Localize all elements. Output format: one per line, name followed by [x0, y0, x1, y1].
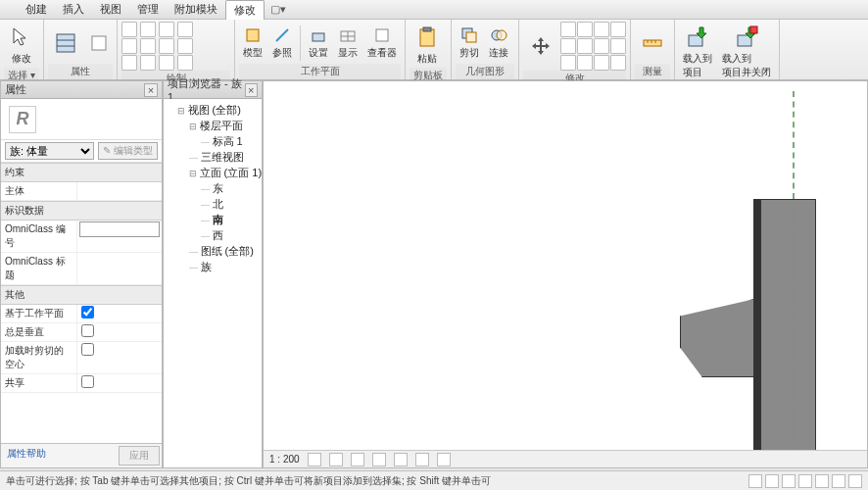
- close-icon[interactable]: ×: [144, 83, 158, 97]
- svg-point-15: [497, 30, 506, 40]
- ribbon-group-geometry: 剪切 连接 几何图形: [452, 20, 519, 79]
- move-button[interactable]: [523, 30, 558, 62]
- properties-icon: [52, 29, 79, 57]
- tree-elevations[interactable]: 立面 (立面 1) 东 北 南 西: [189, 166, 260, 244]
- family-type-select[interactable]: 族: 体量: [5, 142, 94, 160]
- show-button[interactable]: 显示: [334, 24, 362, 62]
- ribbon-group-select: 修改 选择 ▾: [0, 20, 44, 79]
- type-props-button[interactable]: [85, 31, 113, 55]
- sun-path-icon[interactable]: [351, 453, 364, 466]
- close-icon[interactable]: ×: [245, 83, 259, 97]
- tree-west[interactable]: 西: [201, 228, 260, 244]
- tree-north[interactable]: 北: [201, 197, 260, 213]
- ellipse-tool-icon[interactable]: [159, 38, 174, 54]
- cut-button[interactable]: 剪切: [456, 24, 483, 62]
- arc-tool-icon[interactable]: [177, 22, 193, 37]
- browser-tree: 视图 (全部) 楼层平面 标高 1 三维视图 立面 (立面 1) 东 北 南 西: [164, 99, 262, 467]
- menu-view[interactable]: 视图: [92, 0, 129, 19]
- tree-3dviews[interactable]: 三维视图: [189, 150, 260, 166]
- pin-icon[interactable]: [577, 55, 593, 71]
- trim2-icon[interactable]: [560, 38, 576, 54]
- detail-level-icon[interactable]: [308, 453, 321, 466]
- pick-tool-icon[interactable]: [121, 55, 137, 71]
- delete-icon[interactable]: [610, 55, 626, 71]
- omniclass-number-input[interactable]: [79, 221, 160, 237]
- tan-tool-icon[interactable]: [159, 55, 174, 71]
- tree-families[interactable]: 族: [189, 260, 260, 275]
- offset2-icon[interactable]: [577, 22, 593, 37]
- shared-checkbox[interactable]: [81, 375, 94, 388]
- tree-level1[interactable]: 标高 1: [201, 134, 260, 150]
- viewer-button[interactable]: 查看器: [363, 24, 401, 62]
- tree-sheets[interactable]: 图纸 (全部): [189, 244, 260, 260]
- polygon-tool-icon[interactable]: [121, 38, 137, 54]
- menu-modify[interactable]: 修改: [225, 0, 265, 20]
- tree-views[interactable]: 视图 (全部) 楼层平面 标高 1 三维视图 立面 (立面 1) 东 北 南 西: [177, 103, 260, 275]
- crop-view-icon[interactable]: [394, 453, 408, 466]
- select-links-icon[interactable]: [782, 474, 796, 488]
- menu-insert[interactable]: 插入: [55, 0, 92, 19]
- scale-display[interactable]: 1 : 200: [269, 454, 300, 465]
- shadows-icon[interactable]: [372, 453, 386, 466]
- draw-tools-grid: [121, 22, 195, 71]
- editable-only-icon[interactable]: [765, 474, 779, 488]
- set-button[interactable]: 设置: [305, 24, 332, 62]
- trim-tool-icon[interactable]: [177, 55, 193, 71]
- select-underlay-icon[interactable]: [798, 474, 812, 488]
- apply-button[interactable]: 应用: [119, 446, 160, 466]
- status-icons: [748, 474, 862, 488]
- rotate-icon[interactable]: [610, 22, 626, 37]
- paste-button[interactable]: 粘贴: [410, 22, 445, 68]
- tree-south[interactable]: 南: [201, 213, 260, 228]
- drawing-canvas[interactable]: 1 : 200: [263, 80, 868, 468]
- menu-manage[interactable]: 管理: [129, 0, 167, 19]
- offset-tool-icon[interactable]: [140, 55, 156, 71]
- properties-help-link[interactable]: 属性帮助: [1, 444, 117, 467]
- bracket-shape[interactable]: [680, 299, 754, 377]
- circle-tool-icon[interactable]: [159, 22, 174, 37]
- select-face-icon[interactable]: [832, 474, 845, 488]
- ref-button[interactable]: 参照: [268, 24, 296, 62]
- load-to-project-button[interactable]: 载入到 项目: [679, 22, 716, 81]
- tree-east[interactable]: 东: [201, 181, 260, 197]
- prop-row: 加载时剪切的空心: [1, 342, 162, 374]
- unpin-icon[interactable]: [594, 55, 609, 71]
- rect-tool-icon[interactable]: [140, 22, 156, 37]
- workplane-based-checkbox[interactable]: [81, 306, 94, 318]
- mirror-icon[interactable]: [594, 22, 609, 37]
- properties-button[interactable]: [48, 27, 83, 59]
- scale-icon[interactable]: [560, 55, 576, 71]
- visual-style-icon[interactable]: [329, 453, 343, 466]
- hide-isolate-icon[interactable]: [437, 453, 451, 466]
- type-props-icon: [89, 33, 109, 53]
- menu-overflow-icon[interactable]: ▢▾: [265, 1, 292, 18]
- fillet-tool-icon[interactable]: [177, 38, 193, 54]
- select-pinned-icon[interactable]: [815, 474, 829, 488]
- browser-header: 项目浏览器 - 族1 ×: [164, 81, 262, 99]
- split2-icon[interactable]: [594, 38, 609, 54]
- crop-region-icon[interactable]: [415, 453, 429, 466]
- join-button[interactable]: 连接: [485, 24, 512, 62]
- cut-voids-checkbox[interactable]: [81, 343, 94, 356]
- model-button[interactable]: 模型: [239, 24, 266, 62]
- array-icon[interactable]: [610, 38, 626, 54]
- modify-button[interactable]: 修改: [4, 22, 39, 68]
- filter-icon[interactable]: [748, 474, 762, 488]
- load-close-button[interactable]: 载入到 项目并关闭: [718, 22, 775, 81]
- menu-addins[interactable]: 附加模块: [167, 0, 225, 19]
- line-tool-icon[interactable]: [121, 22, 137, 37]
- always-vertical-checkbox[interactable]: [81, 324, 94, 337]
- column-shape[interactable]: [753, 199, 816, 468]
- menu-create[interactable]: 创建: [18, 0, 55, 19]
- column-centerline: [793, 209, 795, 468]
- measure-button[interactable]: [635, 27, 670, 59]
- tree-floorplans[interactable]: 楼层平面 标高 1: [189, 119, 260, 150]
- panel-title: 属性: [5, 82, 26, 97]
- project-browser-panel: 项目浏览器 - 族1 × 视图 (全部) 楼层平面 标高 1 三维视图 立面 (…: [163, 80, 263, 468]
- edit-type-button[interactable]: ✎ 编辑类型: [98, 142, 158, 160]
- spline-tool-icon[interactable]: [140, 38, 156, 54]
- drag-elements-icon[interactable]: [848, 474, 862, 488]
- extend-icon[interactable]: [577, 38, 593, 54]
- align-icon[interactable]: [560, 22, 576, 37]
- prop-row: 总是垂直: [1, 323, 162, 342]
